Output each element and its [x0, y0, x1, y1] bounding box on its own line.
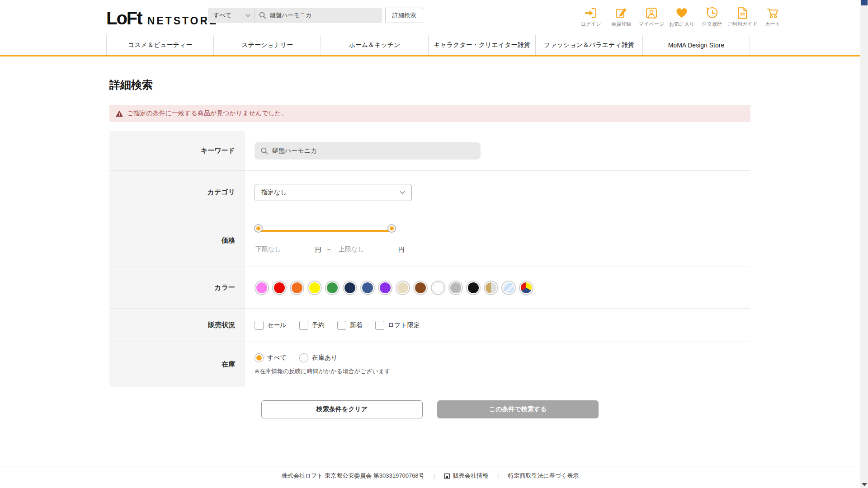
favorites-button[interactable]: お気に入り: [669, 6, 695, 28]
checkbox-new-arrival[interactable]: 新着: [337, 321, 363, 330]
cart-button[interactable]: カート: [760, 6, 786, 28]
color-swatch-pink[interactable]: [255, 281, 269, 295]
register-icon: [614, 6, 628, 20]
color-swatch-navy[interactable]: [343, 281, 357, 295]
search-input[interactable]: 鍵盤ハーモニカ: [255, 11, 382, 19]
color-swatch-brown[interactable]: [413, 281, 428, 295]
clear-conditions-button[interactable]: 検索条件をクリア: [261, 400, 423, 418]
checkbox-box: [299, 321, 308, 330]
stock-radio-group: すべて 在庫あり: [255, 353, 350, 362]
color-label: カラー: [109, 267, 245, 308]
login-label: ログイン: [580, 21, 601, 28]
mypage-button[interactable]: マイページ: [638, 6, 665, 28]
color-swatch-yellow[interactable]: [307, 281, 322, 295]
keyword-input[interactable]: 鍵盤ハーモニカ: [255, 142, 481, 160]
price-range-slider[interactable]: [255, 225, 396, 237]
guide-button[interactable]: ご利用ガイド: [729, 6, 755, 28]
search-icon: [259, 12, 266, 19]
checkbox-loft-exclusive[interactable]: ロフト限定: [375, 321, 420, 330]
stock-label: 在庫: [109, 342, 245, 387]
footer-link-seller-info[interactable]: 販売会社情報: [444, 472, 488, 480]
checkbox-box: [375, 321, 384, 330]
color-swatch-multicolor[interactable]: [519, 281, 533, 295]
price-slider-max-handle[interactable]: [388, 225, 395, 232]
logo-loft-text: LoFt: [106, 8, 142, 28]
nav-item-home-kitchen[interactable]: ホーム＆キッチン: [321, 35, 428, 55]
price-slider-track: [259, 230, 391, 232]
mypage-label: マイページ: [639, 21, 664, 28]
checkbox-sale[interactable]: セール: [255, 321, 287, 330]
header-accent-rule: [0, 55, 860, 56]
green-color-fill: [327, 282, 338, 293]
sales-status-label: 販売状況: [109, 309, 245, 342]
color-swatch-beige[interactable]: [396, 281, 410, 295]
footer-commerce-law-label: 特定商取引法に基づく表示: [508, 472, 579, 480]
nav-item-stationery[interactable]: ステーショナリー: [213, 35, 321, 55]
category-nav: コスメ＆ビューティー ステーショナリー ホーム＆キッチン キャラクター・クリエイ…: [106, 35, 750, 55]
chevron-down-icon: [245, 14, 250, 17]
price-range-separator: ～: [326, 246, 332, 254]
advanced-search-button[interactable]: 詳細検索: [385, 8, 423, 23]
viewport-bottom-edge: [0, 485, 860, 485]
checkbox-sale-label: セール: [267, 321, 287, 329]
color-swatch-orange[interactable]: [290, 281, 304, 295]
heart-icon: [675, 6, 689, 20]
checkbox-box: [255, 321, 264, 330]
color-swatch-blue[interactable]: [360, 281, 375, 295]
radio-all-label: すべて: [267, 354, 287, 362]
color-swatch-white[interactable]: [431, 281, 445, 295]
color-swatch-black[interactable]: [466, 281, 481, 295]
footer-link-commerce-law[interactable]: 特定商取引法に基づく表示: [508, 472, 579, 480]
nav-item-character-creator[interactable]: キャラクター・クリエイター雑貨: [428, 35, 535, 55]
price-slider-min-handle[interactable]: [255, 225, 262, 232]
scrollbar-thumb[interactable]: [861, 0, 868, 5]
checkbox-preorder[interactable]: 予約: [299, 321, 325, 330]
color-swatch-gold-silver[interactable]: [484, 281, 498, 295]
order-history-button[interactable]: 注文履歴: [699, 6, 725, 28]
scrollbar-down-arrow[interactable]: [862, 483, 867, 486]
search-with-conditions-button[interactable]: この条件で検索する: [437, 400, 599, 418]
nav-item-fashion-variety[interactable]: ファッション＆バラエティ雑貨: [535, 35, 642, 55]
checkbox-loft-exclusive-label: ロフト限定: [388, 321, 420, 329]
search-query-value: 鍵盤ハーモニカ: [270, 11, 311, 19]
page-title: 詳細検索: [109, 78, 153, 92]
color-swatch-green[interactable]: [325, 281, 340, 295]
purple-color-fill: [380, 282, 391, 293]
header-search-bar[interactable]: すべて 鍵盤ハーモニカ: [208, 8, 382, 23]
search-icon: [261, 147, 268, 155]
search-scope-dropdown[interactable]: すべて: [208, 11, 254, 19]
header: LoFt NETSTORE すべて 鍵盤ハーモニカ 詳細検索: [0, 0, 860, 56]
register-label: 会員登録: [611, 21, 631, 28]
red-color-fill: [274, 282, 285, 293]
footer: 株式会社ロフト 東京都公安委員会 第303319700768号 | 販売会社情報…: [0, 466, 860, 485]
history-clock-icon: [705, 6, 719, 20]
nav-item-cosme-beauty[interactable]: コスメ＆ビューティー: [106, 35, 213, 55]
category-label: カテゴリ: [109, 171, 245, 214]
checkbox-preorder-label: 予約: [312, 321, 325, 329]
color-swatch-gray[interactable]: [448, 281, 463, 295]
gray-color-fill: [450, 282, 461, 293]
category-row: カテゴリ 指定なし: [109, 171, 750, 214]
price-max-unit: 円: [398, 246, 405, 254]
category-select[interactable]: 指定なし: [255, 184, 412, 201]
price-min-input[interactable]: 下限なし: [255, 244, 310, 256]
keyword-label: キーワード: [109, 131, 245, 170]
color-swatch-red[interactable]: [272, 281, 287, 295]
vertical-scrollbar[interactable]: [860, 0, 868, 488]
color-swatch-purple[interactable]: [378, 281, 392, 295]
radio-all[interactable]: すべて: [255, 353, 287, 362]
price-max-input[interactable]: 上限なし: [338, 244, 393, 256]
radio-in-stock[interactable]: 在庫あり: [299, 353, 338, 362]
color-swatch-clear[interactable]: [501, 281, 516, 295]
login-button[interactable]: ログイン: [578, 6, 604, 28]
loft-netstore-logo[interactable]: LoFt NETSTORE: [106, 8, 218, 28]
keyword-value: 鍵盤ハーモニカ: [272, 147, 317, 155]
cart-label: カート: [765, 21, 780, 28]
nav-item-moma-design-store[interactable]: MoMA Design Store: [642, 35, 750, 55]
register-button[interactable]: 会員登録: [608, 6, 634, 28]
guide-label: ご利用ガイド: [727, 21, 757, 28]
footer-company-registration: 株式会社ロフト 東京都公安委員会 第303319700768号: [282, 472, 425, 480]
storefront-icon: [444, 473, 450, 479]
price-min-unit: 円: [315, 246, 321, 254]
footer-seller-info-label: 販売会社情報: [453, 472, 488, 480]
